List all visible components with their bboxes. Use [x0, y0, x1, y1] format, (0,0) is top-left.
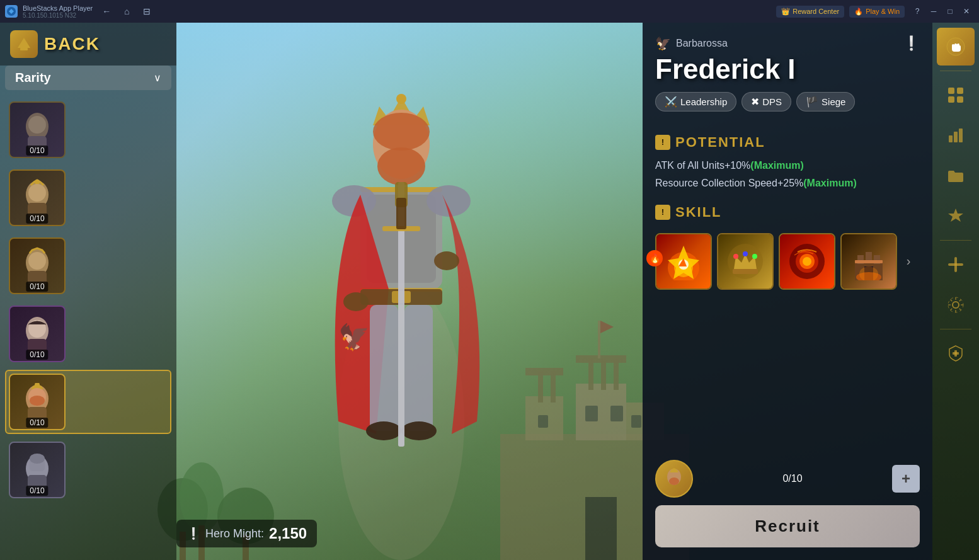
svg-point-28 [377, 147, 425, 185]
svg-rect-82 [733, 269, 758, 274]
nav-home-button[interactable]: ⌂ [118, 3, 135, 20]
hero-faction: 🦅 Barbarossa ❕ [655, 35, 920, 52]
app-logo [5, 5, 18, 18]
svg-point-55 [35, 180, 40, 185]
list-item[interactable]: 0/10 [5, 234, 171, 298]
hero-count: 0/10 [26, 282, 48, 292]
sidebar-icon-shield[interactable] [937, 334, 975, 372]
minimize-button[interactable]: ─ [926, 4, 941, 19]
recruit-button[interactable]: Recruit [655, 505, 920, 547]
dps-icon: ✖ [751, 96, 759, 108]
sidebar-icon-chart[interactable] [937, 117, 975, 154]
svg-point-81 [752, 254, 757, 259]
close-button[interactable]: ✕ [959, 4, 974, 19]
alert-icon[interactable]: ❕ [903, 35, 920, 52]
list-item[interactable]: 0/10 [5, 438, 171, 502]
skill-icon: ! [655, 205, 670, 220]
play-win-label: Play & Win [866, 8, 900, 15]
skill-fire-dot: 🔥 [646, 250, 663, 266]
svg-rect-107 [948, 263, 963, 266]
potential-line2-prefix: Resource Collection Speed+25% [655, 178, 803, 188]
hero-count: 0/10 [26, 214, 48, 224]
svg-text:🦅: 🦅 [338, 322, 370, 352]
maximize-button[interactable]: □ [942, 4, 958, 19]
siege-label: Siege [822, 96, 845, 107]
rarity-filter[interactable]: Rarity ∨ [5, 66, 171, 90]
list-item[interactable]: 0/10 [5, 166, 171, 230]
sidebar-divider-1 [940, 71, 971, 71]
nav-back-button[interactable]: ← [98, 3, 115, 20]
potential-line2: Resource Collection Speed+25%(Maximum) [655, 174, 920, 191]
hero-tag-siege[interactable]: 🏴 Siege [796, 92, 855, 111]
potential-title: POTENTIAL [675, 134, 765, 151]
play-win-icon: 🔥 [854, 8, 863, 16]
titlebar-right: 👑 Reward Center 🔥 Play & Win ? ─ □ ✕ [776, 4, 974, 19]
svg-point-86 [803, 257, 811, 266]
hero-portrait: 0/10 [9, 237, 66, 294]
sidebar-icon-folder[interactable] [937, 157, 975, 195]
hero-portrait: 0/10 [9, 306, 66, 362]
svg-point-71 [30, 454, 45, 464]
sidebar-icon-grid[interactable] [937, 76, 975, 114]
svg-rect-100 [948, 96, 954, 103]
sidebar-icon-settings[interactable] [937, 286, 975, 324]
hero-tag-leadership[interactable]: ⚔️ Leadership [655, 92, 736, 111]
reward-center-button[interactable]: 👑 Reward Center [776, 6, 844, 18]
game-area: 🦅 [0, 23, 979, 560]
svg-rect-104 [959, 129, 963, 142]
back-button[interactable]: BACK [0, 23, 176, 66]
skill-icon-4[interactable] [840, 233, 897, 290]
skill-icon-2[interactable] [717, 233, 774, 290]
svg-point-59 [28, 252, 46, 270]
list-item[interactable]: 0/10 [5, 98, 171, 162]
sidebar-icon-cross[interactable] [937, 246, 975, 283]
sidebar-icon-star[interactable] [937, 197, 975, 235]
recruit-add-button[interactable]: + [892, 465, 920, 493]
titlebar-left: BlueStacks App Player 5.10.150.1015 N32 … [5, 3, 156, 20]
hero-header: 🦅 Barbarossa ❕ Frederick I ⚔️ Leadership… [655, 35, 920, 124]
back-label: BACK [44, 34, 100, 54]
skill-more-indicator: › [902, 233, 915, 290]
nav-bookmark-button[interactable]: ⊟ [138, 3, 156, 20]
hero-count: 0/10 [26, 418, 48, 428]
list-item[interactable]: 0/10 [5, 370, 171, 434]
hero-might-bar: ❕ Hero Might: 2,150 [176, 520, 317, 547]
skill-icons: › [655, 233, 915, 290]
play-win-button[interactable]: 🔥 Play & Win [849, 6, 905, 18]
list-item[interactable]: 0/10 [5, 302, 171, 366]
potential-section-header: ! POTENTIAL [655, 134, 920, 151]
svg-rect-99 [957, 88, 963, 94]
svg-point-46 [343, 292, 369, 311]
sidebar-icon-fist[interactable] [937, 28, 975, 66]
back-icon [10, 30, 38, 58]
svg-rect-39 [370, 305, 398, 431]
svg-rect-111 [953, 352, 959, 355]
titlebar: BlueStacks App Player 5.10.150.1015 N32 … [0, 0, 979, 23]
dps-label: DPS [762, 96, 782, 107]
svg-point-56 [28, 184, 46, 202]
skill-icon-1[interactable] [655, 233, 712, 290]
reward-label: Reward Center [793, 8, 839, 15]
svg-point-41 [366, 421, 401, 440]
character-display: 🦅 [164, 23, 639, 560]
hero-tag-dps[interactable]: ✖ DPS [741, 92, 791, 111]
svg-point-42 [401, 421, 437, 440]
hero-count: 0/10 [26, 486, 48, 496]
svg-rect-102 [949, 135, 953, 142]
skill-title: SKILL [675, 204, 722, 220]
leadership-icon: ⚔️ [665, 96, 677, 108]
svg-rect-98 [948, 88, 954, 94]
svg-rect-103 [954, 132, 958, 142]
hero-tags: ⚔️ Leadership ✖ DPS 🏴 Siege [655, 92, 920, 111]
help-button[interactable]: ? [910, 4, 925, 19]
potential-line1-suffix: (Maximum) [750, 160, 803, 171]
faction-name: Barbarossa [676, 38, 728, 49]
svg-rect-50 [20, 48, 28, 50]
character-silhouette: 🦅 [263, 43, 540, 560]
potential-description: ATK of All Units+10%(Maximum) Resource C… [655, 157, 920, 191]
svg-point-26 [396, 94, 406, 104]
window-controls: ? ─ □ ✕ [910, 4, 974, 19]
hero-sidebar: BACK Rarity ∨ 0/10 [0, 23, 176, 560]
skill-icon-3[interactable] [779, 233, 835, 290]
svg-rect-101 [957, 96, 963, 103]
